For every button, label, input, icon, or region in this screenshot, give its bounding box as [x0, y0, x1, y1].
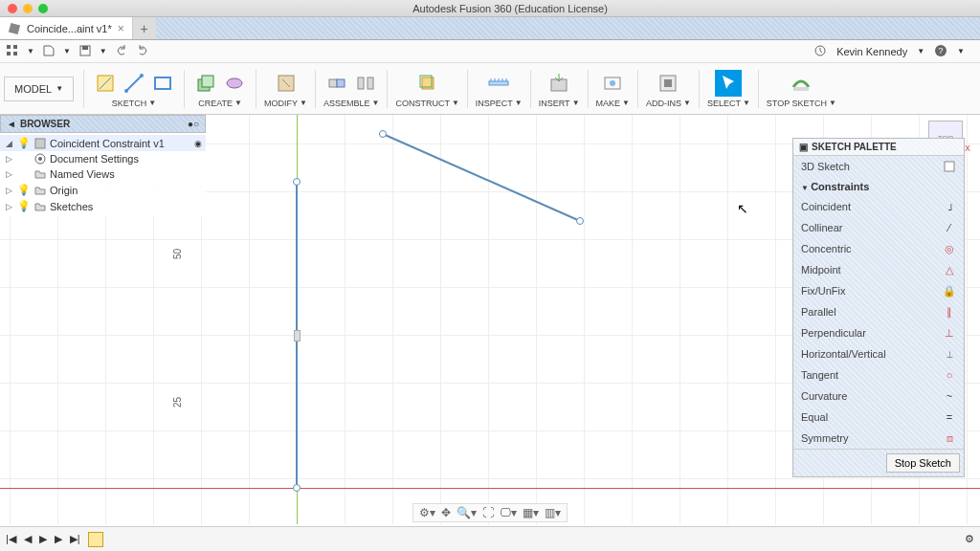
palette-header[interactable]: ▣SKETCH PALETTE [793, 139, 964, 156]
sketch-create-icon[interactable] [92, 70, 119, 97]
stop-sketch-button[interactable]: Stop Sketch [886, 453, 960, 473]
grid-display-icon[interactable]: ▦▾ [523, 506, 539, 519]
make-icon[interactable] [599, 70, 626, 97]
line-endpoint[interactable] [379, 130, 387, 138]
sketch-line-icon[interactable] [121, 70, 147, 97]
maximize-window-icon[interactable] [38, 4, 48, 13]
ribbon-group-assemble[interactable]: ASSEMBLE▼ [320, 70, 383, 108]
stop-sketch-icon[interactable] [788, 70, 814, 97]
modify-icon[interactable] [273, 70, 300, 97]
timeline-play-icon[interactable]: ▶ [39, 533, 47, 545]
extrude-icon[interactable] [192, 70, 219, 97]
lightbulb-icon[interactable]: 💡 [17, 137, 31, 149]
constraint-tangent[interactable]: Tangent○ [793, 364, 964, 386]
constraint-collinear[interactable]: Collinear⁄ [793, 217, 964, 238]
ribbon-group-modify[interactable]: MODIFY▼ [260, 70, 311, 108]
sketch-rect-icon[interactable] [149, 70, 176, 97]
timeline-sketch-icon[interactable] [88, 532, 103, 547]
constraint-perpendicular[interactable]: Perpendicular⊥ [793, 322, 964, 343]
ribbon-group-make[interactable]: MAKE▼ [592, 70, 634, 108]
orbit-icon[interactable]: ⚙▾ [419, 506, 435, 519]
browser-header[interactable]: ◄BROWSER ●○ [0, 115, 206, 133]
data-panel-icon[interactable] [6, 44, 19, 59]
display-icon[interactable]: 🖵▾ [500, 506, 517, 519]
line-endpoint[interactable] [293, 484, 301, 492]
zoom-icon[interactable]: 🔍▾ [457, 506, 477, 519]
help-dropdown[interactable]: ▼ [957, 47, 965, 55]
timeline-start-icon[interactable]: |◀ [6, 533, 16, 545]
workspace-switcher[interactable]: MODEL▼ [4, 77, 74, 101]
browser-panel[interactable]: ◄BROWSER ●○ ◢💡 Coincident Constraint v1 … [0, 115, 206, 216]
dimension-label[interactable]: 50 [172, 249, 183, 259]
close-window-icon[interactable] [8, 4, 17, 13]
constraint-concentric[interactable]: Concentric◎ [793, 238, 964, 259]
line-endpoint[interactable] [293, 178, 301, 186]
sketch-line-diagonal[interactable] [381, 132, 582, 223]
line-midpoint-icon[interactable] [294, 330, 301, 342]
document-tab[interactable]: Coincide...aint v1* × [0, 17, 133, 39]
constraint-coincident[interactable]: Coincident˩ [793, 196, 964, 217]
constraint-symmetry[interactable]: Symmetry⧈ [793, 428, 964, 449]
save-icon[interactable] [78, 44, 92, 59]
save-dropdown[interactable]: ▼ [100, 47, 107, 55]
tree-item-sketches[interactable]: ▷💡 Sketches [0, 198, 206, 214]
ribbon-group-addins[interactable]: ADD-INS▼ [642, 70, 695, 108]
ribbon-group-stopsketch[interactable]: STOP SKETCH▼ [763, 70, 840, 108]
constraint-curvature[interactable]: Curvature~ [793, 386, 964, 407]
history-icon[interactable] [813, 44, 827, 59]
ribbon-group-insert[interactable]: INSERT▼ [535, 70, 584, 108]
construct-icon[interactable] [414, 70, 441, 97]
constraint-horizontal-vertical[interactable]: Horizontal/Vertical⟂ [793, 343, 964, 364]
window-controls[interactable] [8, 4, 48, 13]
select-icon[interactable] [715, 70, 742, 97]
dimension-label[interactable]: 25 [172, 397, 183, 408]
viewport-icon[interactable]: ▥▾ [545, 506, 561, 519]
insert-icon[interactable] [546, 70, 572, 97]
palette-constraints-section[interactable]: Constraints [793, 177, 964, 196]
checkbox-icon[interactable] [944, 161, 955, 172]
minimize-window-icon[interactable] [23, 4, 33, 13]
user-dropdown[interactable]: ▼ [917, 47, 924, 55]
joint-icon[interactable] [323, 70, 350, 97]
timeline-prev-icon[interactable]: ◀ [24, 533, 32, 545]
fit-icon[interactable]: ⛶ [482, 506, 494, 519]
sketch-palette[interactable]: ▣SKETCH PALETTE 3D Sketch Constraints Co… [792, 138, 965, 477]
revolve-icon[interactable] [221, 70, 248, 97]
ribbon-group-inspect[interactable]: INSPECT▼ [472, 70, 526, 108]
view-toolbar[interactable]: ⚙▾ ✥ 🔍▾ ⛶ 🖵▾ ▦▾ ▥▾ [412, 503, 568, 522]
constraint-equal[interactable]: Equal= [793, 407, 964, 428]
tree-item-named-views[interactable]: ▷ Named Views [0, 166, 206, 182]
tab-close-icon[interactable]: × [118, 22, 124, 35]
ribbon-group-sketch[interactable]: SKETCH▼ [88, 70, 180, 108]
constraint-parallel[interactable]: Parallel∥ [793, 301, 964, 322]
tree-item-document-settings[interactable]: ▷ Document Settings [0, 151, 206, 166]
constraint-fix-unfix[interactable]: Fix/UnFix🔒 [793, 280, 964, 301]
ribbon-group-create[interactable]: CREATE▼ [189, 70, 252, 108]
file-icon[interactable] [42, 44, 56, 59]
tree-item-origin[interactable]: ▷💡 Origin [0, 182, 206, 198]
new-tab-button[interactable]: + [133, 17, 156, 39]
timeline-next-icon[interactable]: ▶ [55, 533, 62, 545]
constraint-midpoint[interactable]: Midpoint△ [793, 259, 964, 280]
user-name[interactable]: Kevin Kennedy [836, 46, 907, 57]
inspect-icon[interactable] [485, 70, 512, 97]
assemble-icon[interactable] [352, 70, 379, 97]
pan-icon[interactable]: ✥ [441, 506, 451, 519]
timeline-bar[interactable]: |◀ ◀ ▶ ▶ ▶| ⚙ [0, 526, 980, 551]
help-icon[interactable]: ? [934, 44, 947, 59]
ribbon-group-construct[interactable]: CONSTRUCT▼ [391, 70, 462, 108]
ribbon-group-select[interactable]: SELECT▼ [703, 70, 754, 108]
palette-3d-sketch[interactable]: 3D Sketch [793, 156, 964, 177]
file-dropdown[interactable]: ▼ [63, 47, 71, 55]
undo-icon[interactable] [115, 44, 128, 59]
data-panel-dropdown[interactable]: ▼ [27, 47, 34, 55]
tree-root[interactable]: ◢💡 Coincident Constraint v1 ◉ [0, 135, 206, 151]
addins-icon[interactable] [655, 70, 681, 97]
lightbulb-icon[interactable]: 💡 [17, 184, 31, 196]
lightbulb-icon[interactable]: 💡 [17, 200, 31, 212]
settings-gear-icon[interactable]: ⚙ [965, 533, 974, 545]
timeline-end-icon[interactable]: ▶| [70, 533, 80, 545]
line-endpoint[interactable] [576, 217, 584, 225]
svg-point-35 [38, 157, 42, 161]
redo-icon[interactable] [136, 44, 149, 59]
